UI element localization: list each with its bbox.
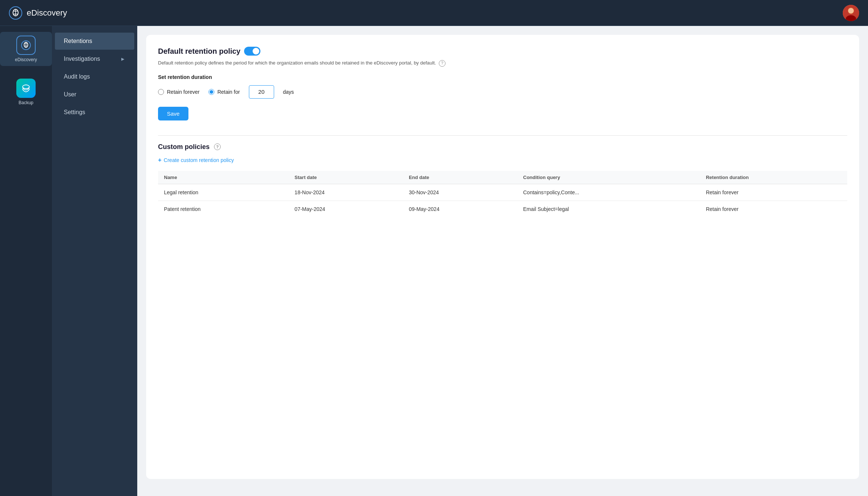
cell-condition-query: Contains=policy,Conte... xyxy=(517,184,700,201)
svg-point-8 xyxy=(848,8,854,13)
cell-condition-query: Email Subject=legal xyxy=(517,201,700,217)
nav-item-settings[interactable]: Settings xyxy=(55,104,134,121)
sidebar: eDiscovery Backup xyxy=(0,26,52,496)
content-inner: Default retention policy Default retenti… xyxy=(146,35,859,479)
policies-table-body: Legal retention 18-Nov-2024 30-Nov-2024 … xyxy=(158,184,847,217)
retain-for-label: Retain for xyxy=(217,89,240,95)
content-panel: Default retention policy Default retenti… xyxy=(137,26,868,496)
nav-user-label: User xyxy=(64,91,76,98)
avatar-image xyxy=(843,5,859,21)
policy-description: Default retention policy defines the per… xyxy=(158,59,847,67)
nav-item-investigations[interactable]: Investigations ► xyxy=(55,50,134,67)
ediscovery-app-icon xyxy=(16,36,36,55)
custom-policies-title: Custom policies ? xyxy=(158,143,847,151)
cell-name: Patent retention xyxy=(158,201,289,217)
sidebar-app-backup[interactable]: Backup xyxy=(0,75,52,109)
col-name: Name xyxy=(158,171,289,184)
retain-forever-radio[interactable] xyxy=(158,89,164,95)
logo-icon xyxy=(9,6,22,20)
svg-point-14 xyxy=(23,85,29,89)
table-row[interactable]: Legal retention 18-Nov-2024 30-Nov-2024 … xyxy=(158,184,847,201)
col-retention-duration: Retention duration xyxy=(700,171,847,184)
set-retention-label: Set retention duration xyxy=(158,74,847,80)
description-help-icon[interactable]: ? xyxy=(439,60,445,67)
days-label: days xyxy=(283,89,294,95)
policies-table: Name Start date End date Condition query… xyxy=(158,171,847,217)
nav-settings-label: Settings xyxy=(64,109,85,116)
user-avatar[interactable] xyxy=(843,5,859,21)
main-wrapper: eDiscovery Backup Retentions Investiga xyxy=(0,26,868,496)
cell-name: Legal retention xyxy=(158,184,289,201)
col-start-date: Start date xyxy=(289,171,403,184)
chevron-right-icon: ► xyxy=(120,56,125,62)
top-bar: eDiscovery xyxy=(0,0,868,26)
cell-end-date: 09-May-2024 xyxy=(403,201,517,217)
sidebar-app-ediscovery[interactable]: eDiscovery xyxy=(0,32,52,66)
cell-start-date: 07-May-2024 xyxy=(289,201,403,217)
retain-forever-option[interactable]: Retain forever xyxy=(158,89,200,95)
days-input[interactable] xyxy=(249,85,274,99)
nav-item-user[interactable]: User xyxy=(55,86,134,103)
policy-toggle[interactable] xyxy=(244,47,260,56)
app-title: eDiscovery xyxy=(27,8,67,18)
plus-icon: + xyxy=(158,157,161,163)
nav-audit-logs-label: Audit logs xyxy=(64,73,90,80)
nav-item-audit-logs[interactable]: Audit logs xyxy=(55,68,134,85)
nav-retentions-label: Retentions xyxy=(64,38,92,44)
ediscovery-label: eDiscovery xyxy=(15,57,37,62)
content-area: eDiscovery Backup Retentions Investiga xyxy=(0,26,868,496)
app-logo: eDiscovery xyxy=(9,6,67,20)
col-end-date: End date xyxy=(403,171,517,184)
nav-menu: Retentions Investigations ► Audit logs U… xyxy=(52,26,137,496)
backup-label: Backup xyxy=(19,100,33,105)
nav-item-retentions[interactable]: Retentions xyxy=(55,33,134,50)
backup-app-icon xyxy=(16,79,36,98)
cell-end-date: 30-Nov-2024 xyxy=(403,184,517,201)
retain-forever-label: Retain forever xyxy=(167,89,200,95)
retain-for-option[interactable]: Retain for xyxy=(208,89,240,95)
section-divider xyxy=(158,135,847,136)
cell-retention-duration: Retain forever xyxy=(700,184,847,201)
table-row[interactable]: Patent retention 07-May-2024 09-May-2024… xyxy=(158,201,847,217)
default-policy-title: Default retention policy xyxy=(158,47,847,56)
nav-investigations-label: Investigations xyxy=(64,56,100,62)
cell-start-date: 18-Nov-2024 xyxy=(289,184,403,201)
save-button[interactable]: Save xyxy=(158,107,188,120)
col-condition-query: Condition query xyxy=(517,171,700,184)
cell-retention-duration: Retain forever xyxy=(700,201,847,217)
toggle-slider xyxy=(244,47,260,56)
retain-for-radio[interactable] xyxy=(208,89,214,95)
create-policy-button[interactable]: + Create custom retention policy xyxy=(158,157,234,163)
custom-policies-help-icon[interactable]: ? xyxy=(214,143,221,150)
retention-options: Retain forever Retain for days xyxy=(158,85,847,99)
table-header: Name Start date End date Condition query… xyxy=(158,171,847,184)
